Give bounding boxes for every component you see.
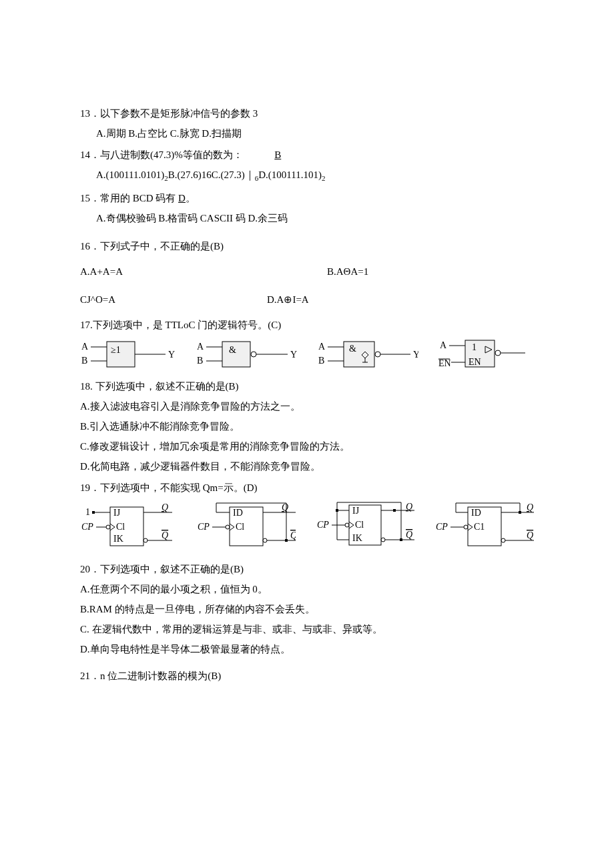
id-label: ID (471, 508, 481, 518)
svg-rect-6 (222, 342, 250, 367)
qbar-bubble-icon (263, 538, 267, 542)
gate-b-label: B (81, 356, 87, 366)
inverter-bubble-icon (495, 350, 501, 356)
cp-label: CP (198, 522, 210, 532)
page-content: 13．以下参数不是矩形脉冲信号的参数 3 A.周期 B.占空比 C.脉宽 D.扫… (0, 0, 614, 729)
qbar-label: Q (527, 530, 533, 540)
ff-one-label: 1 (85, 507, 90, 517)
en-label: EN (438, 358, 451, 368)
qbar-label: Q (162, 530, 168, 540)
q14-answer: B (274, 149, 281, 160)
question-18: 18. 下列选项中，叙述不正确的是(B) A.接入滤波电容引入是消除竞争冒险的方… (80, 378, 534, 474)
svg-rect-10 (344, 342, 374, 367)
ij-label: IJ (113, 508, 121, 518)
q17-text: 17.下列选项中，是 TTLoC 门的逻辑符号。(C) (80, 320, 281, 330)
gate-y-label: Y (168, 350, 175, 360)
q20-number: 20 (80, 564, 90, 574)
q16-row2: CJ^O=A D.A⊕I=A (80, 292, 534, 308)
or-gate-icon: A B ≥1 Y (80, 340, 176, 370)
gate-b-label: B (318, 356, 324, 366)
ge1-symbol: ≥1 (111, 345, 121, 355)
q21-number: 21 (80, 671, 90, 681)
svg-rect-20 (92, 511, 95, 514)
clock-bubble-icon (464, 525, 468, 529)
svg-rect-37 (336, 509, 338, 512)
inverter-bubble-icon (251, 352, 256, 357)
gate-a-label: A (318, 342, 326, 352)
q19-text: ．下列选项中，不能实现 Qm=示。(D) (90, 482, 258, 493)
ij-label: IJ (352, 506, 360, 516)
cp-label: CP (436, 522, 448, 532)
q14-opt-bc: B.(27.6)16C.(27.3)｜ (168, 169, 255, 180)
q18-opt-a: A.接入滤波电容引入是消除竞争冒险的方法之一。 (80, 398, 534, 414)
oc-nand-gate-icon: A B & Y (317, 340, 418, 370)
q14-number: 14 (80, 149, 90, 160)
q16-opt-d: D.A⊕I=A (267, 292, 534, 308)
d-flipflop-d-icon: CP ID C1 Q Q (434, 502, 534, 552)
clock-bubble-icon (345, 523, 349, 527)
qbar-bubble-icon (143, 538, 147, 542)
question-15: 15．常用的 BCD 码有 D。 A.奇偶校验码 B.格雷码 CASCII 码 … (80, 190, 534, 226)
q14-options: A.(100111.0101)2B.(27.6)16C.(27.3)｜6D.(1… (80, 167, 534, 185)
svg-rect-53 (519, 511, 521, 514)
q16-opt-c: CJ^O=A (80, 292, 267, 308)
q18-opt-b: B.引入选通脉冲不能消除竞争冒险。 (80, 418, 534, 434)
cp-label: CP (317, 520, 329, 530)
one-symbol: 1 (472, 342, 477, 352)
logic-gate-row: A B ≥1 Y A B & Y A B & (80, 338, 534, 372)
q20-opt-c: C. 在逻辑代数中，常用的逻辑运算是与非、或非、与或非、异或等。 (80, 621, 534, 637)
inverter-bubble-icon (375, 352, 380, 357)
svg-rect-43 (393, 509, 396, 512)
q15-answer: D (178, 193, 186, 203)
q-label: Q (406, 502, 412, 512)
d-flipflop-b-icon: CP ID Cl Q Q (196, 502, 296, 552)
q16-text: ．下列式子中，不正确的是(B) (90, 241, 224, 252)
q20-text: ．下列选项中，叙述不正确的是(B) (90, 564, 244, 574)
q19-number: 19 (80, 482, 90, 493)
q18-opt-c: C.修改逻辑设计，增加冗余项是常用的消除竞争冒险的方法。 (80, 438, 534, 454)
q-label: Q (162, 503, 168, 512)
flipflop-row: 1 CP IJ Cl IK Q Q CP (80, 501, 534, 553)
q18-opt-d: D.化简电路，减少逻辑器件数目，不能消除竞争冒险。 (80, 458, 534, 474)
q18-text: 18. 下列选项中，叙述不正确的是(B) (80, 378, 534, 394)
q-label: Q (282, 502, 288, 512)
gate-y-label: Y (290, 350, 297, 360)
q14-opt-d: D.(100111.101) (258, 169, 322, 180)
clock-bubble-icon (226, 525, 230, 529)
jk-flipflop-a-icon: 1 CP IJ Cl IK Q Q (80, 503, 176, 551)
en-inside-label: EN (469, 357, 481, 367)
question-21: 21．n 位二进制计数器的模为(B) (80, 668, 534, 684)
q16-number: 16 (80, 241, 90, 252)
id-label: ID (233, 508, 243, 518)
q14-opt-a: A.(100111.0101) (96, 169, 164, 180)
jk-flipflop-c-icon: CP IJ Cl IK Q Q (316, 501, 415, 553)
svg-rect-45 (400, 538, 402, 541)
c1-label: C1 (474, 522, 485, 532)
q15-number: 15 (80, 193, 90, 203)
cp-label: CP (81, 522, 93, 532)
question-13: 13．以下参数不是矩形脉冲信号的参数 3 A.周期 B.占空比 C.脉宽 D.扫… (80, 105, 534, 141)
gate-a-label: A (440, 340, 447, 350)
q16-row1: A.A+A=A B.AΘA=1 (80, 264, 534, 280)
gate-y-label: Y (413, 350, 418, 360)
cl-label: Cl (116, 522, 125, 532)
nand-gate-icon: A B & Y (196, 340, 297, 370)
and-symbol: & (349, 344, 356, 354)
cl-label: Cl (236, 522, 244, 532)
qbar-bubble-icon (381, 538, 385, 542)
question-16: 16．下列式子中，不正确的是(B) (80, 238, 534, 254)
gate-a-label: A (81, 342, 89, 352)
qbar-label: Q (290, 530, 296, 540)
question-14: 14．与八进制数(47.3)%等值的数为： B A.(100111.0101)2… (80, 147, 534, 185)
q13-text: ．以下参数不是矩形脉冲信号的参数 3 (90, 108, 258, 119)
q20-opt-d: D.单向导电特性是半导体二极管最显著的特点。 (80, 641, 534, 657)
qbar-bubble-icon (501, 538, 505, 542)
gate-a-label: A (197, 342, 204, 352)
question-19: 19．下列选项中，不能实现 Qm=示。(D) (80, 480, 534, 496)
ik-label: IK (352, 533, 362, 543)
q15-options: A.奇偶校验码 B.格雷码 CASCII 码 D.余三码 (80, 210, 534, 226)
clock-bubble-icon (106, 525, 110, 529)
q16-opt-a: A.A+A=A (80, 264, 327, 280)
question-17: 17.下列选项中，是 TTLoC 门的逻辑符号。(C) (80, 317, 534, 333)
and-symbol: & (229, 345, 236, 355)
